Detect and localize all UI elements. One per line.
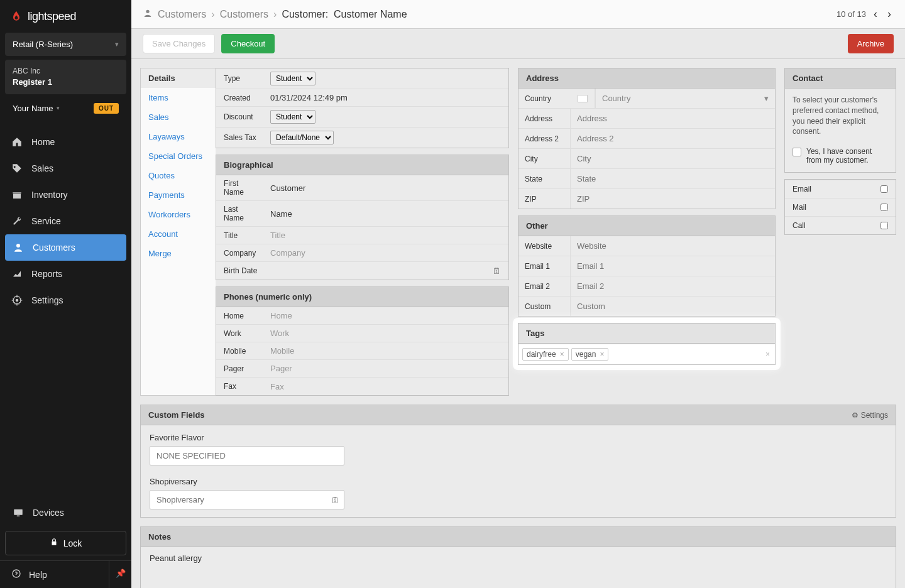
nav-home[interactable]: Home — [0, 129, 131, 155]
flame-icon — [10, 9, 23, 24]
created-value: 01/31/2024 12:49 pm — [265, 90, 508, 106]
register-info[interactable]: ABC Inc Register 1 — [5, 60, 126, 94]
nav-service[interactable]: Service — [0, 208, 131, 234]
country-select[interactable]: Country ▾ — [595, 89, 775, 108]
nav-customers[interactable]: Customers — [5, 234, 126, 261]
nav-reports[interactable]: Reports — [0, 261, 131, 287]
salestax-select[interactable]: Default/None — [270, 131, 334, 144]
custom-fields-settings-link[interactable]: ⚙ Settings — [852, 411, 888, 420]
custom-fields-panel: Custom Fields ⚙ Settings Favorite Flavor… — [140, 405, 896, 518]
notes-textarea[interactable]: Peanut allergy — [141, 547, 896, 588]
custom-fields-header: Custom Fields ⚙ Settings — [141, 405, 896, 425]
subnav-details[interactable]: Details — [141, 68, 216, 88]
pager-next[interactable]: › — [885, 6, 894, 22]
birthdate-input[interactable]: 🗓 — [265, 263, 508, 279]
retail-selector[interactable]: Retail (R-Series) ▾ — [5, 33, 126, 56]
tags-input[interactable]: dairyfree × vegan × × — [518, 344, 775, 364]
subnav-merge[interactable]: Merge — [141, 244, 216, 263]
home-icon — [11, 136, 23, 148]
company-input[interactable]: Company — [265, 245, 508, 261]
zip-label: ZIP — [518, 189, 570, 209]
city-input[interactable] — [570, 149, 775, 168]
subnav-sales[interactable]: Sales — [141, 107, 216, 127]
contact-mail-label: Mail — [793, 203, 806, 212]
discount-select[interactable]: Student — [270, 110, 315, 124]
flavor-input[interactable] — [150, 446, 344, 466]
breadcrumb-root[interactable]: Customers — [158, 9, 206, 20]
address-input[interactable] — [570, 109, 775, 128]
lock-button[interactable]: Lock — [5, 531, 126, 555]
contact-mail-row[interactable]: Mail — [785, 198, 896, 216]
breadcrumb-parent[interactable]: Customers — [220, 9, 268, 20]
nav-settings[interactable]: Settings — [0, 287, 131, 313]
subnav-account[interactable]: Account — [141, 224, 216, 244]
checkout-button[interactable]: Checkout — [221, 34, 275, 53]
zip-input[interactable] — [570, 189, 775, 209]
lock-icon — [50, 538, 58, 548]
topbar: Customers › Customers › Customer: Custom… — [131, 0, 905, 29]
remove-tag-icon[interactable]: × — [600, 350, 604, 359]
consent-row[interactable]: Yes, I have consent from my customer. — [785, 143, 896, 172]
created-label: Created — [216, 90, 265, 106]
tags-section: Tags dairyfree × vegan × × — [518, 323, 776, 365]
consent-checkbox[interactable] — [793, 148, 801, 156]
logo[interactable]: lightspeed — [0, 0, 131, 33]
nav-sales[interactable]: Sales — [0, 155, 131, 182]
pin-button[interactable]: 📌 — [109, 561, 131, 588]
main-content: Customers › Customers › Customer: Custom… — [131, 0, 905, 588]
email1-input[interactable] — [570, 256, 775, 276]
retail-label: Retail (R-Series) — [13, 40, 73, 49]
subnav-special-orders[interactable]: Special Orders — [141, 146, 216, 166]
clear-tags-icon[interactable]: × — [765, 350, 770, 359]
calendar-icon[interactable]: 🗓 — [331, 495, 339, 504]
user-menu[interactable]: Your Name ▾ OUT — [5, 98, 126, 119]
nav-inventory[interactable]: Inventory — [0, 182, 131, 208]
title-input[interactable]: Title — [265, 227, 508, 243]
flavor-label: Favorite Flavor — [150, 433, 887, 442]
salestax-label: Sales Tax — [216, 129, 265, 146]
state-input[interactable] — [570, 169, 775, 188]
save-button[interactable]: Save Changes — [143, 34, 215, 53]
mail-checkbox[interactable] — [880, 204, 888, 211]
firstname-value[interactable]: Customer — [265, 180, 508, 196]
content-area: Details Items Sales Layaways Special Ord… — [131, 59, 905, 588]
lastname-value[interactable]: Name — [265, 206, 508, 222]
website-input[interactable] — [570, 236, 775, 256]
country-flag-button[interactable] — [570, 89, 595, 108]
shopiversary-input[interactable] — [150, 490, 344, 509]
state-label: State — [518, 169, 570, 188]
subnav-items[interactable]: Items — [141, 88, 216, 107]
out-badge[interactable]: OUT — [94, 103, 119, 114]
nav-item-label: Home — [31, 137, 55, 147]
contact-email-row[interactable]: Email — [785, 180, 896, 198]
contact-email-label: Email — [793, 185, 811, 193]
flag-icon — [578, 95, 588, 102]
email-checkbox[interactable] — [880, 185, 888, 193]
contact-call-row[interactable]: Call — [785, 216, 896, 234]
custom-input[interactable] — [570, 297, 775, 316]
address2-input[interactable] — [570, 129, 775, 148]
svg-rect-4 — [52, 542, 56, 545]
remove-tag-icon[interactable]: × — [560, 350, 564, 359]
fax-input[interactable]: Fax — [265, 379, 508, 395]
call-checkbox[interactable] — [880, 222, 888, 229]
home-input[interactable]: Home — [265, 308, 508, 324]
subnav-quotes[interactable]: Quotes — [141, 166, 216, 185]
wrench-icon — [11, 215, 23, 227]
work-input[interactable]: Work — [265, 325, 508, 341]
subnav-workorders[interactable]: Workorders — [141, 205, 216, 224]
tag-label: dairyfree — [527, 350, 556, 359]
pager-prev[interactable]: ‹ — [871, 6, 880, 22]
subnav-layaways[interactable]: Layaways — [141, 127, 216, 146]
mobile-input[interactable]: Mobile — [265, 343, 508, 359]
pager-label: Pager — [216, 361, 265, 377]
pager-input[interactable]: Pager — [265, 361, 508, 376]
archive-button[interactable]: Archive — [848, 34, 894, 53]
nav-devices[interactable]: Devices — [0, 499, 131, 526]
subnav-payments[interactable]: Payments — [141, 185, 216, 205]
chevron-right-icon: › — [211, 9, 214, 20]
email2-input[interactable] — [570, 276, 775, 296]
chevron-down-icon: ▾ — [115, 40, 119, 48]
help-button[interactable]: Help — [0, 561, 109, 588]
type-select[interactable]: Student — [270, 72, 315, 85]
